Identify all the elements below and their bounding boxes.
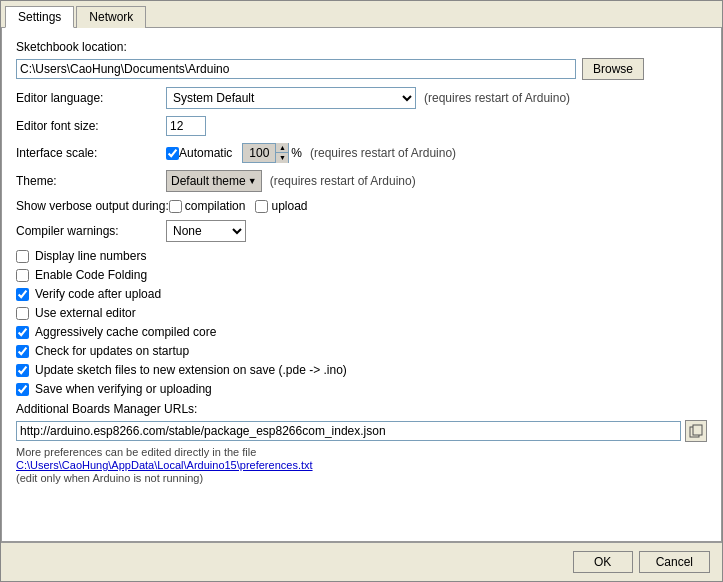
additional-boards-row (16, 420, 707, 442)
verbose-row: Show verbose output during: compilation … (16, 199, 707, 213)
verbose-compilation-label: compilation (185, 199, 246, 213)
update-sketch-label: Update sketch files to new extension on … (35, 363, 347, 377)
verbose-upload-label: upload (271, 199, 307, 213)
additional-boards-section: Additional Boards Manager URLs: More pre… (16, 402, 707, 484)
cache-core-label: Aggressively cache compiled core (35, 325, 216, 339)
checkbox-display-line: Display line numbers (16, 249, 707, 263)
editor-language-note: (requires restart of Arduino) (424, 91, 570, 105)
scale-spinner-buttons: ▲ ▼ (275, 143, 288, 163)
external-editor-label: Use external editor (35, 306, 136, 320)
copy-icon (689, 424, 703, 438)
sketchbook-row: Browse (16, 58, 707, 80)
display-line-checkbox[interactable] (16, 250, 29, 263)
display-line-label: Display line numbers (35, 249, 146, 263)
tab-network[interactable]: Network (76, 6, 146, 28)
compiler-warnings-select[interactable]: None (166, 220, 246, 242)
checkbox-save-verify: Save when verifying or uploading (16, 382, 707, 396)
theme-dropdown-arrow[interactable]: ▼ (248, 176, 257, 186)
checkbox-cache-core: Aggressively cache compiled core (16, 325, 707, 339)
sketchbook-input[interactable] (16, 59, 576, 79)
checkbox-external-editor: Use external editor (16, 306, 707, 320)
interface-scale-label: Interface scale: (16, 146, 166, 160)
check-updates-checkbox[interactable] (16, 345, 29, 358)
scale-unit: % (291, 146, 302, 160)
copy-button[interactable] (685, 420, 707, 442)
theme-row: Theme: Default theme ▼ (requires restart… (16, 170, 707, 192)
additional-boards-input[interactable] (16, 421, 681, 441)
editor-font-row: Editor font size: (16, 116, 707, 136)
code-folding-checkbox[interactable] (16, 269, 29, 282)
verbose-compilation-checkbox[interactable] (169, 200, 182, 213)
editor-font-input[interactable] (166, 116, 206, 136)
editor-language-select[interactable]: System Default (166, 87, 416, 109)
footer: OK Cancel (1, 542, 722, 581)
editor-font-label: Editor font size: (16, 119, 166, 133)
scale-note: (requires restart of Arduino) (310, 146, 456, 160)
pref-note: More preferences can be edited directly … (16, 446, 707, 458)
settings-panel: Sketchbook location: Browse Editor langu… (1, 28, 722, 542)
cancel-button[interactable]: Cancel (639, 551, 710, 573)
update-sketch-checkbox[interactable] (16, 364, 29, 377)
pref-edit-note: (edit only when Arduino is not running) (16, 472, 707, 484)
checkbox-check-updates: Check for updates on startup (16, 344, 707, 358)
svg-rect-1 (693, 425, 702, 435)
verify-upload-checkbox[interactable] (16, 288, 29, 301)
code-folding-label: Enable Code Folding (35, 268, 147, 282)
check-updates-label: Check for updates on startup (35, 344, 189, 358)
save-verify-label: Save when verifying or uploading (35, 382, 212, 396)
save-verify-checkbox[interactable] (16, 383, 29, 396)
compiler-warnings-row: Compiler warnings: None (16, 220, 707, 242)
tab-bar: Settings Network (1, 1, 722, 28)
checkbox-code-folding: Enable Code Folding (16, 268, 707, 282)
additional-boards-label: Additional Boards Manager URLs: (16, 402, 707, 416)
theme-value: Default theme (171, 174, 246, 188)
automatic-checkbox[interactable] (166, 147, 179, 160)
ok-button[interactable]: OK (573, 551, 633, 573)
checkboxes-section: Display line numbers Enable Code Folding… (16, 249, 707, 396)
preferences-window: Settings Network Sketchbook location: Br… (0, 0, 723, 582)
editor-language-label: Editor language: (16, 91, 166, 105)
interface-scale-row: Interface scale: Automatic ▲ ▼ % (requir… (16, 143, 707, 163)
cache-core-checkbox[interactable] (16, 326, 29, 339)
theme-select-wrap: Default theme ▼ (166, 170, 262, 192)
external-editor-checkbox[interactable] (16, 307, 29, 320)
automatic-label: Automatic (179, 146, 232, 160)
compiler-warnings-label: Compiler warnings: (16, 224, 166, 238)
browse-button[interactable]: Browse (582, 58, 644, 80)
scale-value-input[interactable] (243, 144, 275, 162)
theme-note: (requires restart of Arduino) (270, 174, 416, 188)
scale-spinner[interactable]: ▲ ▼ (242, 143, 289, 163)
tab-settings[interactable]: Settings (5, 6, 74, 28)
editor-language-row: Editor language: System Default (require… (16, 87, 707, 109)
verify-upload-label: Verify code after upload (35, 287, 161, 301)
theme-label: Theme: (16, 174, 166, 188)
checkbox-verify-upload: Verify code after upload (16, 287, 707, 301)
checkbox-update-sketch: Update sketch files to new extension on … (16, 363, 707, 377)
verbose-label: Show verbose output during: (16, 199, 169, 213)
scale-down-button[interactable]: ▼ (276, 153, 288, 163)
pref-path-link[interactable]: C:\Users\CaoHung\AppData\Local\Arduino15… (16, 459, 707, 471)
sketchbook-label: Sketchbook location: (16, 40, 707, 54)
verbose-upload-checkbox[interactable] (255, 200, 268, 213)
scale-up-button[interactable]: ▲ (276, 143, 288, 153)
